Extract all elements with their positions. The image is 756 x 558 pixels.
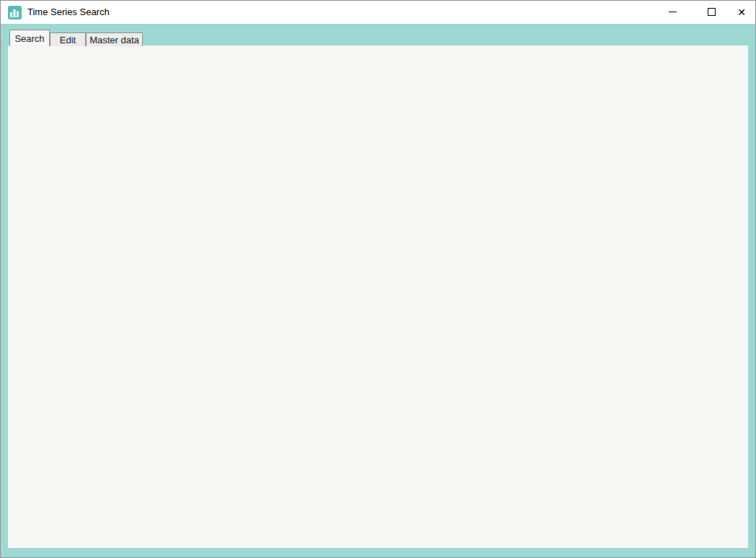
minimize-icon bbox=[669, 12, 677, 12]
maximize-icon bbox=[708, 8, 716, 16]
close-icon: ✕ bbox=[737, 7, 746, 17]
search-tab-page bbox=[8, 45, 748, 548]
titlebar: Time Series Search ✕ bbox=[1, 1, 755, 24]
bar-chart-icon bbox=[9, 7, 20, 18]
close-button[interactable]: ✕ bbox=[725, 1, 756, 23]
window-title: Time Series Search bbox=[27, 6, 110, 17]
tab-search[interactable]: Search bbox=[9, 30, 50, 46]
minimize-button[interactable] bbox=[656, 1, 689, 23]
tab-edit[interactable]: Edit bbox=[50, 32, 86, 46]
app-icon bbox=[8, 6, 22, 19]
tab-master-data[interactable]: Master data bbox=[86, 32, 143, 46]
time-series-search-window: Time Series Search ✕ Search Edit Master … bbox=[0, 0, 756, 558]
maximize-button[interactable] bbox=[695, 1, 728, 23]
